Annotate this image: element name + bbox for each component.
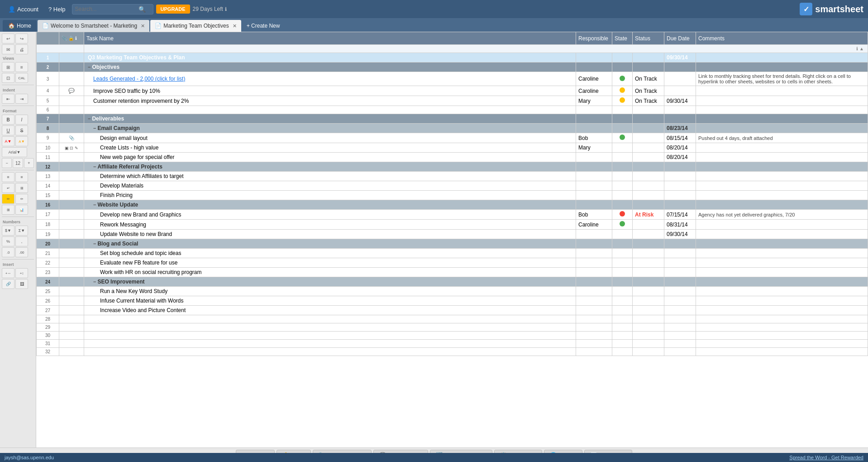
- due-date-cell[interactable]: [664, 277, 696, 287]
- due-date-cell[interactable]: 09/30/14: [664, 53, 696, 63]
- table-row[interactable]: 9📎Design email layoutBob08/15/14Pushed o…: [37, 133, 868, 143]
- inbox-button[interactable]: ✉: [2, 44, 14, 54]
- comments-cell[interactable]: [696, 277, 868, 287]
- comma-button[interactable]: ,: [15, 236, 28, 246]
- table-row[interactable]: 24−SEO Improvement: [37, 277, 868, 287]
- status-cell[interactable]: [633, 277, 664, 287]
- state-cell[interactable]: [612, 114, 633, 124]
- comments-cell[interactable]: Agency has not yet delivered graphics, 7…: [696, 210, 868, 220]
- col-header-task[interactable]: Task Name: [84, 32, 576, 45]
- underline-button[interactable]: U: [2, 125, 14, 135]
- comments-cell[interactable]: [696, 181, 868, 191]
- due-date-cell[interactable]: [664, 114, 696, 124]
- task-name-cell[interactable]: −Affiliate Referral Projects: [84, 162, 576, 172]
- table-row[interactable]: 32: [37, 348, 868, 356]
- due-date-cell[interactable]: 09/30/14: [664, 230, 696, 239]
- responsible-cell[interactable]: [576, 114, 612, 124]
- insert-col-button[interactable]: +↕: [15, 268, 28, 278]
- comments-cell[interactable]: [696, 191, 868, 200]
- responsible-cell[interactable]: Caroline: [576, 86, 612, 96]
- state-cell[interactable]: [612, 249, 633, 258]
- state-cell[interactable]: [612, 153, 633, 162]
- responsible-cell[interactable]: [576, 258, 612, 268]
- section-toggle[interactable]: −: [93, 164, 96, 169]
- account-menu[interactable]: 👤 Account: [5, 4, 42, 14]
- wrap-button[interactable]: ↵: [2, 183, 14, 193]
- due-date-cell[interactable]: [664, 63, 696, 72]
- due-date-cell[interactable]: [664, 258, 696, 268]
- responsible-cell[interactable]: [576, 287, 612, 296]
- tab-welcome-close[interactable]: ✕: [141, 23, 145, 29]
- table-row[interactable]: 30: [37, 332, 868, 340]
- tab-objectives-sheet[interactable]: 📄 Marketing Team Objectives ✕: [150, 20, 241, 32]
- section-toggle[interactable]: −: [93, 202, 96, 207]
- due-date-cell[interactable]: [664, 181, 696, 191]
- state-cell[interactable]: [612, 315, 633, 323]
- responsible-cell[interactable]: [576, 315, 612, 323]
- task-name-cell[interactable]: Leads Generated - 2,000 (click for list): [84, 72, 576, 86]
- task-name-cell[interactable]: Set blog schedule and topic ideas: [84, 249, 576, 258]
- state-cell[interactable]: [612, 133, 633, 143]
- task-name-cell[interactable]: Create Lists - high value: [84, 143, 576, 153]
- status-cell[interactable]: [633, 348, 664, 356]
- table-row[interactable]: 2−Objectives: [37, 63, 868, 72]
- responsible-cell[interactable]: [576, 306, 612, 315]
- task-name-cell[interactable]: Develop Materials: [84, 181, 576, 191]
- due-date-cell[interactable]: 08/15/14: [664, 133, 696, 143]
- status-cell[interactable]: [633, 114, 664, 124]
- status-cell[interactable]: [633, 239, 664, 249]
- table-row[interactable]: 29: [37, 323, 868, 332]
- table-row[interactable]: 12−Affiliate Referral Projects: [37, 162, 868, 172]
- state-cell[interactable]: [612, 210, 633, 220]
- responsible-cell[interactable]: [576, 153, 612, 162]
- task-name-cell[interactable]: −SEO Improvement: [84, 277, 576, 287]
- comments-cell[interactable]: [696, 114, 868, 124]
- spreadsheet-area[interactable]: 📎 🔒 ℹ Task Name Responsible State Status…: [36, 32, 868, 448]
- comments-cell[interactable]: [696, 86, 868, 96]
- promo-link[interactable]: Spread the Word - Get Rewarded: [789, 455, 863, 460]
- tab-objectives-close[interactable]: ✕: [233, 23, 237, 29]
- table-row[interactable]: 14Develop Materials: [37, 181, 868, 191]
- strikethrough-button[interactable]: S: [15, 125, 28, 135]
- responsible-cell[interactable]: Caroline: [576, 220, 612, 230]
- task-name-cell[interactable]: [84, 323, 576, 332]
- gantt-view-button[interactable]: ≡: [15, 62, 28, 72]
- due-date-cell[interactable]: [664, 72, 696, 86]
- col-header-state[interactable]: State: [612, 32, 633, 45]
- fontsize-plus-button[interactable]: +: [24, 158, 34, 168]
- state-cell[interactable]: [612, 53, 633, 63]
- text-color-button[interactable]: A▼: [2, 136, 14, 146]
- task-name-cell[interactable]: −Blog and Social: [84, 239, 576, 249]
- status-cell[interactable]: [633, 323, 664, 332]
- table-row[interactable]: 21Set blog schedule and topic ideas: [37, 249, 868, 258]
- section-toggle[interactable]: −: [93, 279, 96, 284]
- state-cell[interactable]: [612, 124, 633, 133]
- due-date-cell[interactable]: [664, 172, 696, 181]
- state-cell[interactable]: [612, 220, 633, 230]
- responsible-cell[interactable]: [576, 53, 612, 63]
- due-date-cell[interactable]: 08/20/14: [664, 153, 696, 162]
- pencil-button[interactable]: ✏: [15, 194, 28, 204]
- due-date-cell[interactable]: [664, 340, 696, 348]
- task-name-cell[interactable]: Improve SEO traffic by 10%: [84, 86, 576, 96]
- section-toggle[interactable]: −: [93, 125, 96, 131]
- comments-cell[interactable]: [696, 124, 868, 133]
- comments-cell[interactable]: [696, 63, 868, 72]
- grid-view-button[interactable]: ⊞: [2, 62, 14, 72]
- status-cell[interactable]: [633, 220, 664, 230]
- link-button[interactable]: 🔗: [2, 279, 14, 289]
- task-name-cell[interactable]: −Deliverables: [84, 114, 576, 124]
- status-cell[interactable]: On Track: [633, 86, 664, 96]
- section-toggle[interactable]: −: [88, 64, 91, 70]
- due-date-cell[interactable]: 09/30/14: [664, 96, 696, 106]
- due-date-cell[interactable]: [664, 249, 696, 258]
- table-row[interactable]: 16−Website Update: [37, 200, 868, 210]
- bold-button[interactable]: B: [2, 115, 14, 125]
- comments-cell[interactable]: [696, 172, 868, 181]
- task-name-cell[interactable]: [84, 348, 576, 356]
- responsible-cell[interactable]: [576, 239, 612, 249]
- state-cell[interactable]: [612, 332, 633, 340]
- task-name-cell[interactable]: [84, 332, 576, 340]
- status-cell[interactable]: [633, 332, 664, 340]
- col-header-due[interactable]: Due Date: [664, 32, 696, 45]
